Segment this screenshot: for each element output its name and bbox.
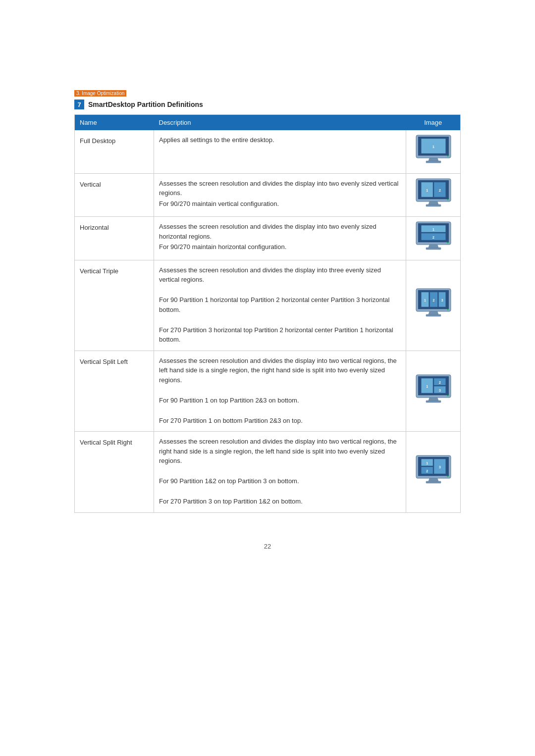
col-header-description: Description [154,115,406,131]
svg-text:2: 2 [438,380,440,384]
svg-marker-48 [428,398,438,401]
svg-rect-15 [426,204,441,206]
table-row: Vertical Split LeftAssesses the screen r… [75,351,461,432]
svg-rect-25 [426,248,441,250]
cell-description: Assesses the screen resolution and divid… [154,217,406,260]
svg-rect-49 [426,401,441,403]
svg-text:1: 1 [432,145,434,149]
cell-name: Vertical Triple [75,260,154,351]
svg-text:2: 2 [426,469,428,473]
cell-description: Assesses the screen resolution and divid… [154,351,406,432]
cell-image: 123 [406,432,461,513]
cell-name: Vertical [75,173,154,217]
cell-description: Applies all settings to the entire deskt… [154,130,406,173]
svg-marker-36 [428,311,438,314]
svg-text:1: 1 [426,188,428,192]
cell-image: 123 [406,351,461,432]
cell-image: 12 [406,173,461,217]
svg-rect-5 [426,161,441,163]
cell-description: Assesses the screen resolution and divid… [154,432,406,513]
cell-name: Vertical Split Right [75,432,154,513]
section-number: 7 [74,100,84,109]
table-row: Vertical TripleAssesses the screen resol… [75,260,461,351]
svg-text:1: 1 [424,299,426,302]
svg-text:2: 2 [432,236,434,239]
cell-name: Horizontal [75,217,154,260]
page-number: 22 [264,543,271,550]
cell-name: Vertical Split Left [75,351,154,432]
svg-marker-60 [428,478,438,481]
section-title: SmartDesktop Partition Definitions [88,101,203,108]
svg-text:2: 2 [432,299,434,302]
cell-image: 123 [406,260,461,351]
svg-marker-14 [428,202,438,204]
col-header-image: Image [406,115,461,131]
svg-rect-61 [426,481,441,483]
svg-text:1: 1 [432,228,434,231]
svg-marker-4 [428,158,438,161]
svg-text:1: 1 [426,384,428,388]
partition-table: Name Description Image Full DesktopAppli… [74,114,461,513]
svg-marker-24 [428,245,438,248]
table-row: Vertical Split RightAssesses the screen … [75,432,461,513]
section-title-row: 7 SmartDesktop Partition Definitions [74,100,461,109]
page-container: 3. Image Optimization 7 SmartDesktop Par… [74,89,461,513]
svg-text:3: 3 [438,465,440,469]
cell-description: Assesses the screen resolution and divid… [154,260,406,351]
table-row: Full DesktopApplies all settings to the … [75,130,461,173]
cell-name: Full Desktop [75,130,154,173]
cell-image: 12 [406,217,461,260]
col-header-name: Name [75,115,154,131]
table-row: HorizontalAssesses the screen resolution… [75,217,461,260]
table-header-row: Name Description Image [75,115,461,131]
svg-text:1: 1 [426,461,428,465]
table-row: VerticalAssesses the screen resolution a… [75,173,461,217]
svg-rect-37 [426,314,441,316]
svg-text:3: 3 [441,299,443,302]
cell-description: Assesses the screen resolution and divid… [154,173,406,217]
svg-text:2: 2 [438,188,440,192]
breadcrumb: 3. Image Optimization [74,90,126,97]
cell-image: 1 [406,130,461,173]
svg-text:3: 3 [438,388,440,392]
